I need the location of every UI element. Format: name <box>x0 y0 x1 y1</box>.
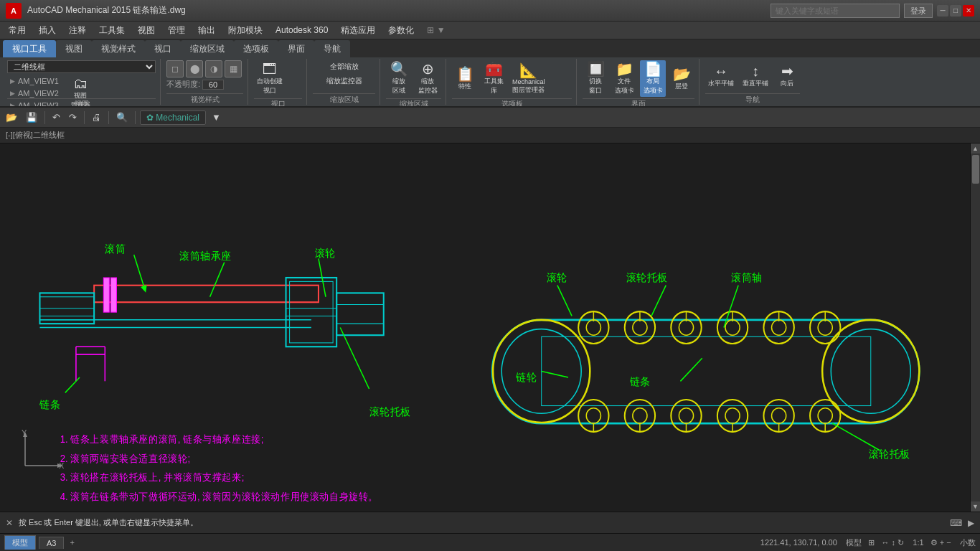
properties-button[interactable]: 📋 特性 <box>452 65 478 93</box>
full-zoom-button[interactable]: 全部缩放 <box>327 60 362 73</box>
mechanical-layer-button[interactable]: 📐 Mechanical图层管理器 <box>509 62 548 96</box>
zoom-area-button[interactable]: 🔍 缩放区域 <box>386 60 412 97</box>
ribbon-group-label-visual-style: 视觉样式 <box>166 93 243 105</box>
nav-direction-button[interactable]: ➡ 向后 <box>774 62 800 90</box>
tb-open-btn[interactable]: 📂 <box>3 110 20 124</box>
vertical-pan-button[interactable]: ↕ 垂直平铺 <box>740 62 771 90</box>
scroll-down-arrow[interactable]: ▼ <box>971 501 981 512</box>
zoom-scale-button[interactable]: ⊕ 缩放监控器 <box>415 60 440 97</box>
menu-common[interactable]: 常用 <box>3 23 32 38</box>
file-tab-button[interactable]: 📁 文件选项卡 <box>611 60 637 97</box>
close-button[interactable]: ✕ <box>963 5 974 17</box>
scroll-thumb[interactable] <box>972 155 979 184</box>
transparency-input[interactable] <box>202 80 224 90</box>
ribbon-group-nav: ↔ 水平平铺 ↕ 垂直平铺 ➡ 向后 导航 <box>701 59 804 105</box>
auto-create-viewport-button[interactable]: 🗔 自动创建视口 <box>254 60 286 97</box>
horizontal-pan-button[interactable]: ↔ 水平平铺 <box>705 62 737 90</box>
grid-icon[interactable]: ⊞ <box>868 538 875 547</box>
scroll-up-arrow[interactable]: ▲ <box>971 143 981 154</box>
ribbon-group-label-nav: 导航 <box>705 93 800 105</box>
expand-cmd-icon[interactable]: ▶ <box>968 518 974 528</box>
close-status-icon[interactable]: ✕ <box>6 518 13 528</box>
layout-tab-button[interactable]: 📄 布局选项卡 <box>640 60 666 97</box>
svg-text:1.    链条上装带轴承座的滚筒, 链条与轴承座连接;: 1. 链条上装带轴承座的滚筒, 链条与轴承座连接; <box>60 433 264 444</box>
ribbon-group-label-options: 选项板 <box>452 98 572 106</box>
tab-viewport[interactable]: 视口 <box>145 40 181 57</box>
ribbon-tabs: 视口工具 视图 视觉样式 视口 缩放区域 选项板 界面 导航 <box>0 39 980 57</box>
menu-annotate[interactable]: 注释 <box>63 23 92 38</box>
tab-interface[interactable]: 界面 <box>278 40 314 57</box>
coordinates-display: 1221.41, 130.71, 0.00 模型 ⊞ ↔ ↕ ↻ 1:1 ⚙ +… <box>760 537 976 548</box>
svg-text:滚轮托板: 滚轮托板 <box>626 272 668 283</box>
add-tab-button[interactable]: + <box>67 537 77 547</box>
snap-v-icon[interactable]: ↕ <box>892 538 896 547</box>
tb-view-btn[interactable]: 🔍 <box>113 110 131 124</box>
title-bar: A AutoCAD Mechanical 2015 链条输送.dwg 登录 ─ … <box>0 0 980 22</box>
zoom-in-icon[interactable]: + <box>940 538 944 547</box>
ribbon-group-label-view: 视图 <box>7 98 156 106</box>
view-item-1[interactable]: ▶AM_VIEW1 <box>7 75 65 87</box>
menu-output[interactable]: 输出 <box>192 23 221 38</box>
menu-expand[interactable]: ⊞ ▼ <box>427 25 445 35</box>
svg-text:4.    滚筒在链条带动下做循环运动, 滚筒因为滚轮滚动作: 4. 滚筒在链条带动下做循环运动, 滚筒因为滚轮滚动作用使滚动自身旋转。 <box>60 491 378 502</box>
svg-rect-7 <box>110 278 116 312</box>
menu-autodesk360[interactable]: Autodesk 360 <box>270 24 334 37</box>
menu-manage[interactable]: 管理 <box>162 23 191 38</box>
tab-option-panel[interactable]: 选项板 <box>234 40 278 57</box>
cmd-icon[interactable]: ⌨ <box>950 518 962 528</box>
tab-a3[interactable]: A3 <box>39 537 64 549</box>
menu-tools[interactable]: 工具集 <box>93 23 131 38</box>
svg-text:链条: 链条 <box>39 398 61 410</box>
tb-undo-btn[interactable]: ↶ <box>50 110 63 124</box>
zoom-monitor-button[interactable]: 缩放监控器 <box>324 75 365 88</box>
ribbon-content: 二维线框 ▶AM_VIEW1 ▶AM_VIEW2 ▶AM_VIEW3 <box>0 57 980 106</box>
svg-text:链条: 链条 <box>629 375 651 387</box>
login-button[interactable]: 登录 <box>904 4 933 18</box>
menu-view[interactable]: 视图 <box>132 23 161 38</box>
workspace-label[interactable]: ✿ Mechanical <box>140 110 206 125</box>
view-style-dropdown[interactable]: 二维线框 <box>7 60 156 73</box>
tab-zoom-area[interactable]: 缩放区域 <box>181 40 234 57</box>
visual-style-btn2[interactable]: ⬤ <box>186 60 203 77</box>
menu-addon[interactable]: 附加模块 <box>222 23 268 38</box>
svg-text:滚轮: 滚轮 <box>547 272 567 283</box>
switch-window-button[interactable]: 🔲 切换窗口 <box>583 60 608 97</box>
menu-insert[interactable]: 插入 <box>33 23 62 38</box>
tb-print-btn[interactable]: 🖨 <box>89 110 104 124</box>
gear-icon[interactable]: ⚙ <box>930 538 938 547</box>
window-title: AutoCAD Mechanical 2015 链条输送.dwg <box>27 4 186 17</box>
ribbon-group-interface: 🔲 切换窗口 📁 文件选项卡 📄 布局选项卡 📂 层登 界面 <box>578 59 699 105</box>
search-input[interactable] <box>771 4 900 18</box>
tab-view-style[interactable]: 视觉样式 <box>92 40 145 57</box>
visual-style-btn3[interactable]: ◑ <box>205 60 222 77</box>
svg-rect-6 <box>103 278 109 312</box>
tab-nav[interactable]: 导航 <box>314 40 350 57</box>
layer-climb-button[interactable]: 📂 层登 <box>669 65 694 93</box>
tab-model[interactable]: 模型 <box>4 535 36 550</box>
workspace-dropdown[interactable]: ▼ <box>209 110 224 124</box>
tb-save-btn[interactable]: 💾 <box>23 110 40 124</box>
ribbon-group-visual-style: ◻ ⬤ ◑ ▦ 不透明度: 视觉样式 <box>162 59 248 105</box>
svg-text:2.    滚筒两端安装合适直径滚轮;: 2. 滚筒两端安装合适直径滚轮; <box>60 453 190 463</box>
maximize-button[interactable]: □ <box>950 5 961 17</box>
minimize-button[interactable]: ─ <box>937 5 948 17</box>
tab-viewport-tools[interactable]: 视口工具 <box>3 40 56 57</box>
view-item-2[interactable]: ▶AM_VIEW2 <box>7 88 65 99</box>
ribbon-group-label-zoom-area: 缩放区域 <box>386 98 441 106</box>
status-bar: ✕ 按 Esc 或 Enter 键退出, 或单击右键显示快捷菜单。 ⌨ ▶ <box>0 512 980 533</box>
zoom-out-icon[interactable]: − <box>946 538 951 547</box>
app-logo: A <box>6 3 22 19</box>
canvas-area[interactable]: 滚筒 滚筒轴承座 滚轮 滚轮托板 链条 滚轮 滚轮托板 滚筒轴 链轮 链条 滚轮… <box>0 143 970 512</box>
visual-style-btn4[interactable]: ▦ <box>225 60 242 77</box>
viewport-header: [-][俯视]二维线框 <box>0 128 980 143</box>
visual-style-btn1[interactable]: ◻ <box>166 60 184 77</box>
snap-r-icon[interactable]: ↻ <box>897 538 904 547</box>
ribbon-group-properties: 📋 特性 🧰 工具集库 📐 Mechanical图层管理器 选项板 <box>448 59 577 105</box>
tab-view[interactable]: 视图 <box>56 40 92 57</box>
tb-redo-btn[interactable]: ↷ <box>66 110 80 124</box>
svg-text:滚筒轴承座: 滚筒轴承座 <box>179 250 232 262</box>
menu-parametric[interactable]: 参数化 <box>382 23 420 38</box>
tool-library-button[interactable]: 🧰 工具集库 <box>481 60 507 97</box>
snap-h-icon[interactable]: ↔ <box>881 538 889 547</box>
menu-featured[interactable]: 精选应用 <box>335 23 381 38</box>
